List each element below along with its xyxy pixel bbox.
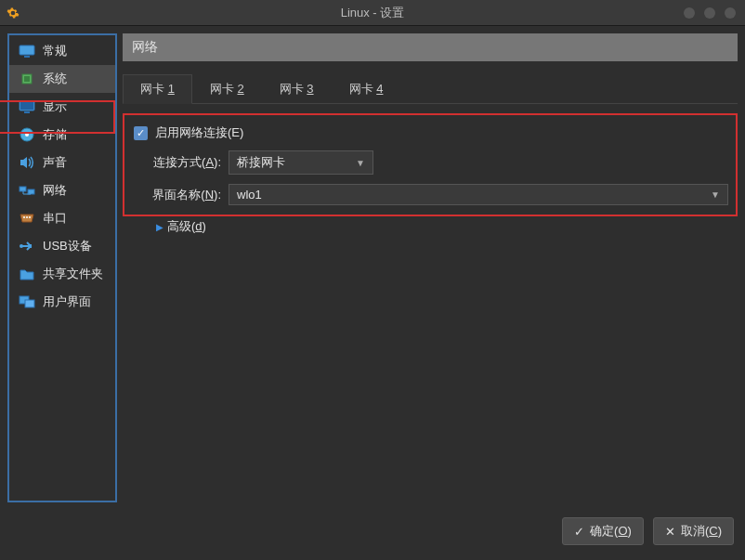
display-icon: [19, 99, 35, 114]
svg-point-13: [29, 216, 31, 218]
attached-to-row: 连接方式(A): 桥接网卡 ▼: [132, 150, 728, 175]
enable-network-label: 启用网络连接(E): [155, 124, 243, 141]
chevron-down-icon: ▼: [711, 189, 720, 200]
sidebar-label: 显示: [43, 98, 67, 115]
attached-to-select[interactable]: 桥接网卡 ▼: [229, 150, 373, 175]
cancel-button[interactable]: ✕ 取消(C): [653, 517, 734, 545]
cancel-label: 取消(C): [681, 523, 722, 540]
sidebar-label: 常规: [43, 43, 67, 59]
advanced-label: 高级(d): [167, 218, 206, 235]
minimize-button[interactable]: [684, 7, 695, 19]
enable-network-row: ✓ 启用网络连接(E): [132, 124, 728, 141]
chip-icon: [19, 72, 35, 86]
sidebar-item-interface[interactable]: 用户界面: [9, 288, 115, 316]
sidebar-label: 串口: [43, 210, 67, 227]
network-panel: ✓ 启用网络连接(E) 连接方式(A): 桥接网卡 ▼ 界面名称(N): wlo…: [123, 113, 738, 216]
sidebar-item-serial[interactable]: 串口: [9, 204, 115, 232]
tab-adapter-1[interactable]: 网卡 1: [123, 74, 192, 104]
triangle-right-icon: ▶: [156, 222, 163, 232]
network-icon: [19, 183, 35, 198]
sidebar-item-shared[interactable]: 共享文件夹: [9, 260, 115, 288]
disk-icon: [19, 127, 35, 142]
interface-name-value: wlo1: [237, 188, 262, 202]
sidebar-label: 用户界面: [43, 293, 91, 310]
svg-point-11: [23, 216, 25, 218]
window-title: Linux - 设置: [341, 5, 405, 21]
sidebar-item-system[interactable]: 系统: [9, 65, 115, 93]
titlebar: Linux - 设置: [0, 0, 745, 26]
sidebar-label: 网络: [43, 182, 67, 199]
svg-rect-5: [20, 102, 33, 110]
sidebar-item-display[interactable]: 显示: [9, 93, 115, 121]
interface-icon: [19, 294, 35, 309]
attached-to-value: 桥接网卡: [237, 154, 285, 171]
speaker-icon: [19, 155, 35, 170]
tabs: 网卡 1 网卡 2 网卡 3 网卡 4: [123, 74, 738, 104]
svg-point-12: [26, 216, 28, 218]
ok-label: 确定(O): [590, 523, 632, 540]
svg-rect-0: [20, 46, 34, 55]
svg-rect-3: [24, 76, 30, 82]
close-icon: ✕: [665, 525, 675, 539]
sidebar: 常规 系统 显示 存储 声音 网络 串口 USB设备: [7, 33, 117, 502]
page-title: 网络: [123, 33, 738, 61]
tab-adapter-4[interactable]: 网卡 4: [332, 74, 401, 104]
monitor-icon: [19, 44, 35, 59]
sidebar-item-usb[interactable]: USB设备: [9, 232, 115, 260]
sidebar-label: 存储: [43, 126, 67, 143]
interface-name-label: 界面名称(N):: [150, 187, 221, 203]
tab-adapter-2[interactable]: 网卡 2: [192, 74, 262, 104]
chevron-down-icon: ▼: [356, 158, 365, 168]
svg-rect-16: [25, 300, 34, 307]
maximize-button[interactable]: [704, 7, 715, 19]
sidebar-item-audio[interactable]: 声音: [9, 149, 115, 176]
app-icon: [0, 0, 26, 26]
sidebar-item-network[interactable]: 网络: [9, 176, 115, 204]
sidebar-label: 声音: [43, 154, 67, 171]
enable-network-checkbox[interactable]: ✓: [134, 126, 148, 140]
usb-icon: [19, 239, 35, 254]
svg-point-8: [25, 133, 29, 137]
interface-name-select[interactable]: wlo1 ▼: [229, 184, 728, 205]
serial-icon: [19, 211, 35, 226]
sidebar-label: USB设备: [43, 238, 92, 254]
content: 常规 系统 显示 存储 声音 网络 串口 USB设备: [0, 26, 745, 510]
sidebar-item-general[interactable]: 常规: [9, 37, 115, 65]
svg-rect-6: [24, 111, 30, 113]
close-button[interactable]: [725, 7, 736, 19]
sidebar-label: 系统: [43, 71, 67, 87]
check-icon: ✓: [574, 525, 584, 539]
tab-adapter-3[interactable]: 网卡 3: [262, 74, 332, 104]
advanced-toggle[interactable]: ▶ 高级(d): [123, 218, 738, 235]
attached-to-label: 连接方式(A):: [150, 154, 221, 171]
svg-point-14: [20, 244, 23, 248]
sidebar-label: 共享文件夹: [43, 266, 103, 282]
svg-rect-9: [20, 187, 26, 191]
ok-button[interactable]: ✓ 确定(O): [562, 517, 644, 545]
window-controls: [684, 7, 736, 19]
svg-rect-1: [24, 56, 30, 58]
main-panel: 网络 网卡 1 网卡 2 网卡 3 网卡 4 ✓ 启用网络连接(E) 连接方式(…: [123, 33, 738, 502]
footer: ✓ 确定(O) ✕ 取消(C): [0, 510, 745, 553]
sidebar-item-storage[interactable]: 存储: [9, 121, 115, 149]
folder-icon: [19, 267, 35, 281]
interface-name-row: 界面名称(N): wlo1 ▼: [132, 184, 728, 205]
